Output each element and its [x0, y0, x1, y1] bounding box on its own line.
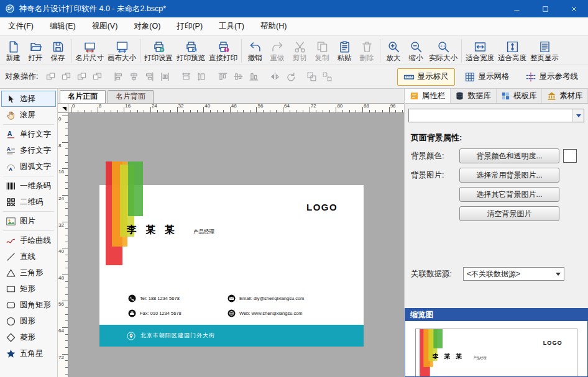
- toggle-show-grid[interactable]: 显示网格: [458, 68, 516, 86]
- card-name[interactable]: 李 某 某: [127, 224, 178, 237]
- business-card[interactable]: 北京市朝阳区建国门外大街LOGO李 某 某产品经理Tel: 188 1234 5…: [99, 185, 364, 347]
- card-job-title[interactable]: 产品经理: [193, 229, 214, 236]
- menu-item-help[interactable]: 帮助(H): [252, 17, 295, 35]
- group-icon: [306, 71, 317, 82]
- show-ruler-label: 显示标尺: [418, 71, 449, 82]
- bg-image-common-button[interactable]: 选择常用背景图片...: [459, 168, 559, 183]
- tab-card-front[interactable]: 名片正面: [60, 90, 106, 103]
- tool-image[interactable]: 图片: [1, 213, 56, 229]
- window-title: 神奇名片设计打印软件 4.0 - 未命名2.bscp*: [19, 4, 498, 14]
- print-setup-button[interactable]: 打印设置: [142, 40, 175, 63]
- save-button[interactable]: 保存: [47, 40, 69, 63]
- copy-label: 复制: [315, 54, 329, 62]
- single-line-text-icon: A: [6, 129, 16, 140]
- fit-width-button[interactable]: 适合宽度: [464, 40, 496, 63]
- bg-image-clear-button[interactable]: 清空背景图片: [459, 206, 559, 221]
- menu-bar: 文件(F)编辑(E)视图(V)对象(O)打印(P)工具(T)帮助(H): [0, 17, 588, 36]
- card-contact-fax[interactable]: Fax: 010 1234 5678: [128, 309, 181, 317]
- tool-triangle[interactable]: 三角形: [1, 265, 56, 281]
- web-icon: [227, 309, 236, 317]
- properties-icon: [410, 91, 419, 101]
- card-size-button[interactable]: 名片尺寸: [73, 40, 106, 63]
- print-preview-button[interactable]: 打印预览: [175, 40, 207, 63]
- tab-template-library[interactable]: 模板库: [497, 89, 543, 103]
- card-name[interactable]: 李 某 某: [433, 353, 464, 361]
- print-setup-icon: [152, 40, 165, 53]
- fit-page-button[interactable]: 整页显示: [528, 40, 561, 63]
- thumbnail-card-host[interactable]: 北京市朝阳区建国门外大街LOGO李 某 某产品经理Tel: 188 1234 5…: [415, 329, 577, 376]
- tool-select[interactable]: 选择: [1, 91, 56, 107]
- tool-arc-text[interactable]: A圆弧文字: [1, 158, 56, 175]
- tab-card-back[interactable]: 名片背面: [108, 90, 154, 103]
- maximize-button[interactable]: [531, 0, 559, 17]
- zoom-out-label: 缩小: [409, 54, 423, 62]
- tool-pan[interactable]: 滚屏: [1, 107, 56, 123]
- tool-rounded-rectangle[interactable]: 圆角矩形: [1, 297, 56, 313]
- menu-item-object[interactable]: 对象(O): [126, 17, 168, 35]
- tool-star[interactable]: 五角星: [1, 345, 56, 361]
- tab-properties[interactable]: 属性栏: [405, 89, 451, 103]
- card-color-bar[interactable]: [128, 161, 143, 216]
- fit-height-button[interactable]: 适合高度: [496, 40, 528, 63]
- flip-horizontal-icon: [270, 71, 280, 82]
- zoom-actual-button[interactable]: 1:1实际大小: [427, 40, 459, 63]
- tool-freehand-curve[interactable]: 手绘曲线: [1, 232, 56, 248]
- tool-circle[interactable]: 圆形: [1, 313, 56, 329]
- flip-horizontal-button: [267, 69, 283, 84]
- tool-straight-line[interactable]: 直线: [1, 248, 56, 265]
- print-direct-button[interactable]: 直接打印: [207, 40, 239, 63]
- card-logo[interactable]: LOGO: [306, 202, 338, 212]
- triangle-icon: [6, 268, 16, 278]
- card-size-icon: [83, 40, 96, 53]
- toggle-show-guides[interactable]: 显示参考线: [519, 68, 585, 86]
- card-contact-web[interactable]: Web: www.shenqixiangsu.com: [227, 309, 303, 317]
- business-card[interactable]: 北京市朝阳区建国门外大街LOGO李 某 某产品经理Tel: 188 1234 5…: [416, 329, 577, 376]
- bg-image-other-button[interactable]: 选择其它背景图片...: [459, 187, 559, 202]
- template-library-icon: [501, 91, 510, 101]
- card-job-title[interactable]: 产品经理: [474, 356, 487, 360]
- save-label: 保存: [51, 54, 65, 62]
- card-color-bar[interactable]: [433, 329, 443, 348]
- card-size-label: 名片尺寸: [75, 54, 104, 62]
- tab-material-library[interactable]: 素材库: [542, 89, 588, 103]
- card-logo[interactable]: LOGO: [543, 340, 563, 346]
- menu-item-print[interactable]: 打印(P): [168, 17, 211, 35]
- menu-item-edit[interactable]: 编辑(E): [42, 17, 84, 35]
- tool-rectangle[interactable]: 矩形: [1, 281, 56, 297]
- zoom-in-button[interactable]: 放大: [382, 40, 405, 63]
- ungroup-icon: [322, 71, 333, 82]
- datasource-dropdown[interactable]: <不关联数据源>: [463, 267, 564, 281]
- new-button[interactable]: 新建: [2, 40, 24, 63]
- menu-item-tools[interactable]: 工具(T): [211, 17, 252, 35]
- freehand-curve-label: 手绘曲线: [20, 235, 51, 246]
- card-footer-bar[interactable]: 北京市朝阳区建国门外大街: [99, 325, 364, 347]
- tab-database[interactable]: 数据库: [451, 89, 497, 103]
- tool-diamond[interactable]: 菱形: [1, 329, 56, 345]
- new-icon: [7, 40, 20, 53]
- show-grid-icon: [464, 71, 475, 83]
- vertical-ruler: 081624324048566472: [58, 113, 68, 377]
- tool-barcode-1d[interactable]: 一维条码: [1, 178, 56, 194]
- menu-item-view[interactable]: 视图(V): [84, 17, 126, 35]
- card-contact-tel[interactable]: Tel: 188 1234 5678: [128, 294, 180, 302]
- object-select-dropdown[interactable]: [408, 109, 584, 122]
- tool-multi-line-text[interactable]: A多行文字: [1, 142, 56, 158]
- zoom-out-button[interactable]: 缩小: [405, 40, 427, 63]
- diamond-label: 菱形: [20, 332, 35, 343]
- paste-button[interactable]: 粘贴: [333, 40, 356, 63]
- design-canvas[interactable]: 北京市朝阳区建国门外大街LOGO李 某 某产品经理Tel: 188 1234 5…: [68, 113, 404, 377]
- canvas-size-button[interactable]: 画布大小: [106, 40, 138, 63]
- show-grid-label: 显示网格: [479, 71, 510, 82]
- open-button[interactable]: 打开: [24, 40, 47, 63]
- menu-item-file[interactable]: 文件(F): [0, 17, 42, 35]
- close-button[interactable]: [559, 0, 588, 17]
- tool-qrcode[interactable]: 二维码: [1, 194, 56, 210]
- undo-button[interactable]: 撤销: [244, 40, 266, 63]
- bg-color-button[interactable]: 背景颜色和透明度...: [459, 148, 559, 163]
- toggle-show-ruler[interactable]: 显示标尺: [397, 68, 455, 86]
- bring-to-front-icon: [45, 71, 56, 82]
- tool-single-line-text[interactable]: A单行文字: [1, 126, 56, 142]
- dropdown-arrow-icon: [556, 273, 561, 276]
- card-contact-email[interactable]: Email: diy@shenqixiangsu.com: [227, 294, 304, 302]
- minimize-button[interactable]: [502, 0, 531, 17]
